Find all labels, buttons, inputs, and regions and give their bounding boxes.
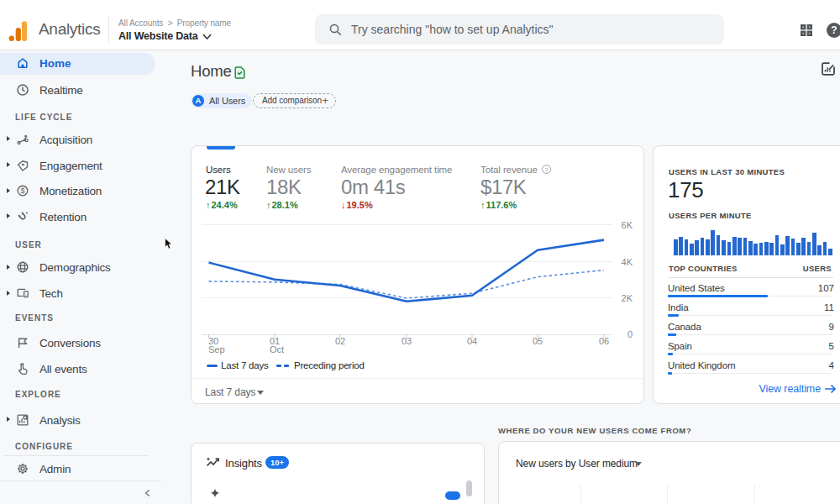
svg-text:$: $ xyxy=(20,186,24,195)
